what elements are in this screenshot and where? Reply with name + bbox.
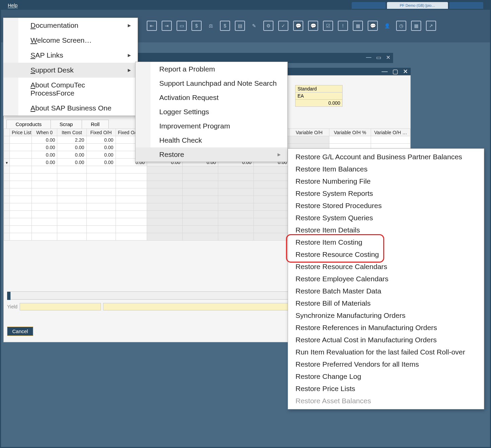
check-list-icon[interactable]: ☑ xyxy=(323,21,333,31)
restore-submenu-item[interactable]: Restore Resource Costing xyxy=(288,248,484,261)
tool-icon-currency[interactable]: $ xyxy=(191,21,202,31)
chat3-icon[interactable]: 💬 xyxy=(368,21,378,31)
restore-submenu-item[interactable]: Restore System Reports xyxy=(288,187,484,200)
person-icon[interactable]: 👤 xyxy=(383,21,391,31)
minimize-icon[interactable]: — xyxy=(382,68,388,75)
support-desk-submenu[interactable]: Report a ProblemSupport Launchpad and No… xyxy=(135,62,288,162)
restore-submenu-item[interactable]: Restore Bill of Materials xyxy=(288,297,484,309)
col-itemcost: Item Cost xyxy=(57,129,86,136)
col-fixedoh: Fixed O/H xyxy=(86,129,116,136)
chat-icon[interactable]: 💬 xyxy=(293,21,303,31)
help-menu-item[interactable]: About CompuTec ProcessForce xyxy=(3,78,138,101)
yield-label: Yield xyxy=(7,304,18,309)
help-menu-label[interactable]: Help xyxy=(8,3,18,8)
restore-submenu-item[interactable]: Restore Stored Procedures xyxy=(288,200,484,212)
tab-scrap[interactable]: Scrap xyxy=(50,120,82,128)
col-pricelist: Price List xyxy=(9,129,32,136)
chat2-icon[interactable]: 💬 xyxy=(308,21,318,31)
info-fields: Standard EA 0.000 xyxy=(295,85,343,106)
help-menu-item[interactable]: SAP Links▶ xyxy=(3,48,138,63)
restore-submenu-item[interactable]: Run Item Revaluation for the last failed… xyxy=(288,346,484,358)
close-icon[interactable]: ✕ xyxy=(386,54,390,61)
col-varoh2: Variable O/H … xyxy=(371,129,410,136)
minimize-icon[interactable]: — xyxy=(366,54,371,61)
col-varoh: Variable O/H xyxy=(289,129,329,136)
restore-submenu-item[interactable]: Restore Item Balances xyxy=(288,163,484,175)
tool-icon-chart[interactable]: ▤ xyxy=(235,21,245,31)
restore-submenu-item[interactable]: Restore Actual Cost in Manufacturing Ord… xyxy=(288,334,484,346)
restore-submenu-item[interactable]: Restore Resource Calendars xyxy=(288,261,484,273)
alert-doc-icon[interactable]: ! xyxy=(338,21,348,31)
support-submenu-item[interactable]: Support Launchpad and Note Search xyxy=(136,76,287,90)
close-icon[interactable]: ✕ xyxy=(403,68,408,75)
restore-submenu-item[interactable]: Restore Employee Calendars xyxy=(288,273,484,285)
help-menu-item[interactable]: Support Desk▶ xyxy=(3,63,138,78)
restore-submenu-item[interactable]: Restore Item Costing xyxy=(288,236,484,248)
help-menu-item[interactable]: Welcome Screen… xyxy=(3,33,138,48)
field-qty: 0.000 xyxy=(295,99,343,107)
col-when0: When 0 xyxy=(32,129,57,136)
restore-submenu-item[interactable]: Restore Numbering File xyxy=(288,175,484,187)
restore-submenu-item[interactable]: Restore Preferred Vendors for all Items xyxy=(288,358,484,370)
title-bar: Help PF Demo (GB) [pio… xyxy=(1,1,490,10)
restore-submenu-item[interactable]: Restore System Queries xyxy=(288,212,484,224)
grid-icon[interactable]: ▦ xyxy=(411,21,421,31)
calc-icon[interactable]: ▦ xyxy=(353,21,363,31)
help-menu-item[interactable]: Documentation▶ xyxy=(3,18,138,33)
support-submenu-item[interactable]: Report a Problem xyxy=(136,62,287,76)
yield-field[interactable] xyxy=(20,303,101,310)
tab-coproducts[interactable]: Coproducts xyxy=(6,120,51,128)
restore-submenu-item[interactable]: Synchronize Manufacturing Orders xyxy=(288,309,484,322)
tool-icon-3[interactable]: ▭ xyxy=(177,21,187,31)
tool-icon-2[interactable]: ⇥ xyxy=(162,21,172,31)
pencil-icon[interactable]: ✎ xyxy=(250,21,259,31)
toolbar-icons: ⇤ ⇥ ▭ $ ⚖ $ ▤ ✎ ⚙ ✓ 💬 💬 ☑ ! ▦ 💬 👤 ◷ ▦ ↗ xyxy=(147,21,436,31)
gear-doc-icon[interactable]: ⚙ xyxy=(263,21,273,31)
field-ea: EA xyxy=(295,92,343,100)
restore-submenu-item[interactable]: Restore References in Manufacturing Orde… xyxy=(288,322,484,334)
support-submenu-item[interactable]: Activation Request xyxy=(136,90,287,105)
window-tabs: PF Demo (GB) [pio… xyxy=(352,2,483,9)
restore-submenu-item[interactable]: Restore Change Log xyxy=(288,370,484,383)
support-submenu-item[interactable]: Improvement Program xyxy=(136,119,287,133)
tool-icon-1[interactable]: ⇤ xyxy=(147,21,157,31)
restore-submenu[interactable]: Restore G/L Account and Business Partner… xyxy=(288,148,484,409)
scale-icon[interactable]: ⚖ xyxy=(206,21,215,31)
clock-icon[interactable]: ◷ xyxy=(396,21,406,31)
export-icon[interactable]: ↗ xyxy=(426,21,436,31)
tab-blank[interactable] xyxy=(352,2,386,9)
help-menu[interactable]: Documentation▶Welcome Screen…SAP Links▶S… xyxy=(3,18,138,116)
tab-roll[interactable]: Roll xyxy=(82,120,109,128)
check-doc-icon[interactable]: ✓ xyxy=(278,21,288,31)
restore-submenu-item[interactable]: Restore Item Details xyxy=(288,224,484,236)
restore-submenu-item[interactable]: Restore Price Lists xyxy=(288,383,484,395)
restore-submenu-item[interactable]: Restore Batch Master Data xyxy=(288,285,484,297)
support-submenu-item[interactable]: Restore▶ xyxy=(136,147,287,162)
restore-submenu-item[interactable]: Restore G/L Account and Business Partner… xyxy=(288,151,484,163)
tab-extra[interactable] xyxy=(449,2,483,9)
maximize-icon[interactable]: ▭ xyxy=(376,54,381,61)
tool-icon-dollar[interactable]: $ xyxy=(220,21,230,31)
field-standard: Standard xyxy=(295,85,343,93)
support-submenu-item[interactable]: Logger Settings xyxy=(136,105,287,119)
cancel-button[interactable]: Cancel xyxy=(7,327,33,336)
restore-submenu-item: Restore Asset Balances xyxy=(288,395,484,407)
tab-pf-demo[interactable]: PF Demo (GB) [pio… xyxy=(387,2,448,9)
col-varohpct: Variable O/H % xyxy=(329,129,371,136)
maximize-icon[interactable]: ▢ xyxy=(392,68,398,75)
help-menu-item[interactable]: About SAP Business One xyxy=(3,101,138,116)
support-submenu-item[interactable]: Health Check xyxy=(136,133,287,147)
